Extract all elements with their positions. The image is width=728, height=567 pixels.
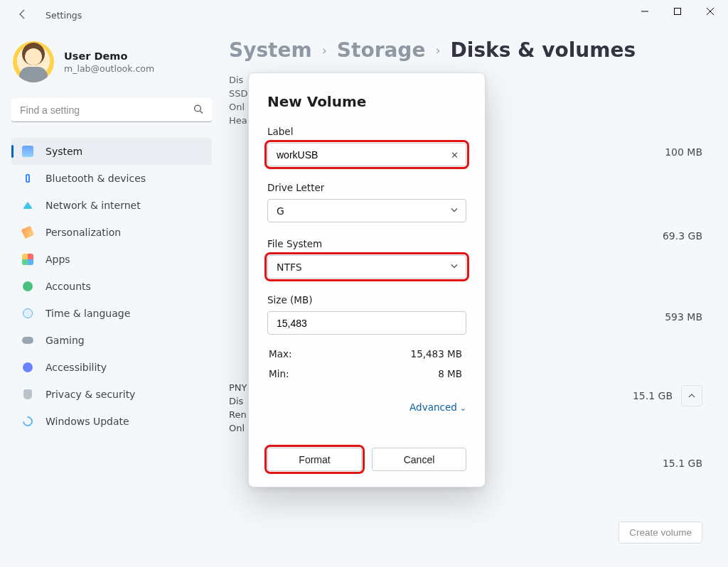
size-input-wrap (267, 311, 466, 335)
crumb-current: Disks & volumes (451, 38, 636, 62)
window-controls (628, 7, 727, 23)
bg-text: Dis (229, 394, 247, 408)
chevron-up-icon[interactable] (681, 385, 702, 406)
filesystem-caption: File System (267, 238, 466, 249)
back-button[interactable] (13, 5, 33, 26)
sidebar-item-accessibility[interactable]: Accessibility (11, 354, 212, 381)
titlebar: Settings (0, 0, 728, 30)
sidebar-item-label: Time & language (46, 308, 130, 319)
label-input[interactable] (277, 149, 441, 161)
disk-info-partial: PNY Dis Ren Onl (229, 381, 247, 435)
filesystem-select[interactable]: NTFS (267, 255, 466, 279)
sidebar-item-network[interactable]: Network & internet (11, 192, 212, 219)
drive-letter-value: G (277, 205, 284, 217)
advanced-label: Advanced (410, 401, 457, 413)
accessibility-icon (21, 362, 34, 372)
chevron-right-icon: › (322, 43, 327, 58)
nav: System Bluetooth & devices Network & int… (11, 138, 212, 435)
bg-text: Ren (229, 408, 247, 421)
sidebar-item-gaming[interactable]: Gaming (11, 327, 212, 354)
window-minimize[interactable] (628, 0, 661, 23)
chevron-down-icon: ⌄ (460, 404, 466, 413)
wifi-icon (21, 202, 34, 209)
create-volume-button[interactable]: Create volume (619, 522, 702, 544)
format-button[interactable]: Format (267, 448, 362, 471)
search-wrap (11, 98, 212, 122)
advanced-toggle[interactable]: Advanced⌄ (267, 401, 466, 413)
volume-size: 100 MB (665, 146, 702, 158)
window-close[interactable] (694, 0, 727, 23)
sidebar-item-personalization[interactable]: Personalization (11, 219, 212, 246)
search-input[interactable] (11, 98, 212, 122)
update-icon (21, 416, 34, 426)
user-block[interactable]: User Demo m_lab@outlook.com (13, 41, 212, 82)
size-caption: Size (MB) (267, 294, 466, 306)
chevron-right-icon: › (435, 43, 440, 58)
sidebar-item-label: Apps (46, 254, 70, 265)
sidebar-item-label: Network & internet (46, 200, 141, 211)
search-icon (193, 104, 203, 117)
min-value: 8 MB (353, 364, 465, 383)
sidebar-item-time[interactable]: Time & language (11, 300, 212, 327)
clock-icon (21, 308, 34, 318)
bg-text: PNY (229, 381, 247, 394)
sidebar-item-accounts[interactable]: Accounts (11, 273, 212, 300)
user-name: User Demo (64, 50, 154, 62)
sidebar-item-privacy[interactable]: Privacy & security (11, 381, 212, 408)
system-icon (21, 146, 34, 157)
sidebar-item-label: System (46, 146, 82, 157)
breadcrumb: System › Storage › Disks & volumes (229, 38, 702, 62)
user-email: m_lab@outlook.com (64, 63, 154, 74)
max-caption: Max: (269, 345, 351, 363)
volume-size: 15.1 GB (663, 458, 702, 469)
app-title: Settings (46, 10, 82, 21)
crumb-system[interactable]: System (229, 38, 312, 62)
sidebar-item-label: Windows Update (46, 416, 129, 427)
svg-point-1 (195, 105, 201, 112)
new-volume-dialog: New Volume Label ✕ Drive Letter G File S… (248, 72, 486, 487)
sidebar-item-label: Gaming (46, 335, 85, 346)
min-caption: Min: (269, 364, 351, 383)
cancel-button[interactable]: Cancel (372, 448, 466, 471)
filesystem-value: NTFS (277, 261, 302, 273)
max-value: 15,483 MB (353, 345, 465, 363)
volume-size: 593 MB (665, 311, 702, 323)
drive-letter-caption: Drive Letter (267, 182, 466, 193)
sidebar-item-system[interactable]: System (11, 138, 212, 165)
clear-icon[interactable]: ✕ (451, 149, 459, 160)
size-limits: Max:15,483 MB Min:8 MB (267, 343, 466, 384)
dialog-title: New Volume (267, 93, 466, 110)
sidebar: User Demo m_lab@outlook.com System Bluet… (0, 30, 220, 567)
sidebar-item-label: Personalization (46, 227, 121, 238)
avatar (13, 41, 54, 82)
window-maximize[interactable] (661, 0, 694, 23)
chevron-down-icon (450, 205, 459, 216)
label-caption: Label (267, 126, 466, 137)
bg-text: Onl (229, 421, 247, 435)
apps-icon (21, 254, 34, 265)
disk-size: 15.1 GB (633, 390, 673, 401)
label-input-wrap: ✕ (267, 143, 466, 166)
sidebar-item-bluetooth[interactable]: Bluetooth & devices (11, 165, 212, 192)
sidebar-item-label: Bluetooth & devices (46, 173, 146, 184)
accounts-icon (21, 281, 34, 291)
gamepad-icon (21, 337, 34, 344)
size-input[interactable] (277, 318, 441, 329)
sidebar-item-label: Privacy & security (46, 389, 135, 400)
volume-size: 69.3 GB (663, 230, 702, 242)
shield-icon (21, 389, 34, 399)
sidebar-item-apps[interactable]: Apps (11, 246, 212, 273)
chevron-down-icon (450, 261, 459, 272)
sidebar-item-update[interactable]: Windows Update (11, 408, 212, 435)
brush-icon (21, 227, 34, 237)
bluetooth-icon (21, 174, 34, 183)
sidebar-item-label: Accessibility (46, 362, 107, 373)
crumb-storage[interactable]: Storage (337, 38, 426, 62)
sidebar-item-label: Accounts (46, 281, 91, 292)
drive-letter-select[interactable]: G (267, 199, 466, 222)
svg-rect-0 (675, 9, 681, 15)
